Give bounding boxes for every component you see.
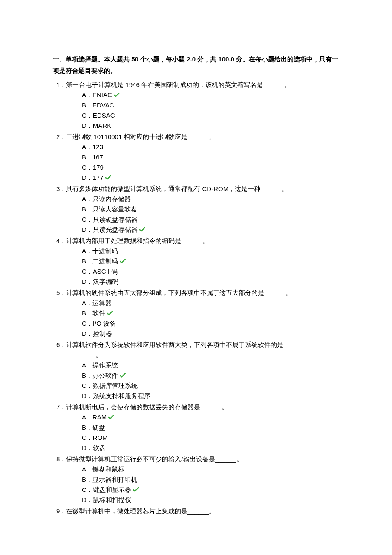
question-number: 4．	[56, 237, 66, 244]
option-row: C．179	[82, 162, 339, 173]
options-list: A．操作系统B．办公软件C．数据库管理系统D．系统支持和服务程序	[53, 360, 339, 401]
option-text: D．MARK	[82, 121, 111, 131]
option-text: D．软盘	[82, 443, 106, 453]
option-value: EDVAC	[92, 101, 114, 109]
option-value: I/O 设备	[93, 320, 116, 327]
question-number: 1．	[56, 81, 66, 88]
question-text: 二进制数 10110001 相对应的十进制数应是______。	[66, 133, 215, 140]
option-text: C．ASCII 码	[82, 266, 118, 277]
option-text: A．运算器	[82, 298, 112, 308]
question-stem: 2．二进制数 10110001 相对应的十进制数应是______。	[53, 132, 339, 142]
option-value: 键盘和鼠标	[92, 465, 124, 473]
option-row: A．十进制码	[82, 246, 339, 256]
option-row: D．汉字编码	[82, 277, 339, 287]
option-value: 控制器	[93, 330, 112, 337]
option-label: A．	[82, 143, 92, 150]
option-row: C．ROM	[82, 433, 339, 443]
question-block: 8．保持微型计算机正常运行必不可少的输入/输出设备是______。A．键盘和鼠标…	[53, 454, 339, 505]
option-value: 二进制码	[92, 257, 118, 265]
option-label: D．	[82, 174, 93, 181]
option-label: A．	[82, 413, 92, 421]
option-label: C．	[82, 164, 93, 171]
option-text: C．键盘和显示器	[82, 485, 131, 495]
option-value: RAM	[92, 413, 107, 421]
option-label: D．	[82, 226, 93, 233]
check-icon	[107, 311, 113, 316]
option-row: C．I/O 设备	[82, 318, 339, 329]
question-number: 7．	[56, 403, 66, 410]
option-label: A．	[82, 465, 92, 473]
option-label: D．	[82, 122, 93, 129]
option-value: 软件	[92, 309, 105, 317]
option-label: C．	[82, 486, 93, 493]
question-number: 6．	[56, 341, 66, 348]
question-stem: 7．计算机断电后，会使存储的数据丢失的存储器是______。	[53, 402, 339, 412]
question-stem: 5．计算机的硬件系统由五大部分组成，下列各项中不属于这五大部分的是______。	[53, 288, 339, 298]
option-row: B．二进制码	[82, 256, 339, 266]
option-row: C．键盘和显示器	[82, 485, 339, 495]
option-text: B．显示器和打印机	[82, 474, 137, 485]
option-text: B．硬盘	[82, 422, 105, 433]
option-value: ENIAC	[92, 91, 112, 98]
option-text: B．二进制码	[82, 256, 118, 266]
option-row: A．操作系统	[82, 360, 339, 370]
question-text: 保持微型计算机正常运行必不可少的输入/输出设备是______。	[66, 455, 242, 462]
questions-list: 1．第一台电子计算机是 1946 年在美国研制成功的，该机的英文缩写名是____…	[53, 80, 339, 516]
option-row: B．EDVAC	[82, 100, 339, 110]
option-value: 汉字编码	[93, 278, 118, 285]
question-block: 1．第一台电子计算机是 1946 年在美国研制成功的，该机的英文缩写名是____…	[53, 80, 339, 131]
options-list: A．只读内存储器B．只读大容量软盘C．只读硬盘存储器D．只读光盘存储器	[53, 194, 339, 235]
option-row: A．键盘和鼠标	[82, 464, 339, 474]
option-value: 显示器和打印机	[92, 476, 137, 483]
question-block: 2．二进制数 10110001 相对应的十进制数应是______。A．123B．…	[53, 132, 339, 183]
option-label: B．	[82, 205, 92, 213]
option-label: A．	[82, 361, 92, 369]
options-list: A．键盘和鼠标B．显示器和打印机C．键盘和显示器D．鼠标和扫描仪	[53, 464, 339, 505]
question-number: 9．	[56, 507, 66, 515]
option-row: C．数据库管理系统	[82, 381, 339, 391]
option-row: B．167	[82, 152, 339, 162]
option-value: EDSAC	[93, 112, 115, 119]
question-text: 计算机断电后，会使存储的数据丢失的存储器是______。	[66, 403, 228, 410]
question-stem: 4．计算机内部用于处理数据和指令的编码是______。	[53, 236, 339, 246]
check-icon	[114, 92, 120, 98]
option-label: C．	[82, 434, 93, 441]
option-value: 只读光盘存储器	[93, 226, 138, 233]
option-text: C．ROM	[82, 433, 108, 443]
option-row: A．只读内存储器	[82, 194, 339, 204]
option-text: D．177	[82, 173, 104, 183]
option-value: 鼠标和扫描仪	[93, 496, 131, 503]
option-row: B．显示器和打印机	[82, 474, 339, 485]
options-list: A．ENIACB．EDVACC．EDSACD．MARK	[53, 90, 339, 131]
option-row: D．系统支持和服务程序	[82, 391, 339, 401]
option-text: C．数据库管理系统	[82, 381, 138, 391]
option-label: D．	[82, 496, 93, 503]
option-label: D．	[82, 278, 93, 285]
option-label: C．	[82, 112, 93, 119]
section-header: 一、单项选择题。本大题共 50 个小题，每小题 2.0 分，共 100.0 分。…	[53, 53, 339, 76]
option-text: B．EDVAC	[82, 100, 114, 110]
option-row: D．控制器	[82, 329, 339, 339]
option-text: B．只读大容量软盘	[82, 204, 137, 214]
option-text: D．只读光盘存储器	[82, 225, 138, 235]
option-row: D．鼠标和扫描仪	[82, 495, 339, 505]
option-row: C．EDSAC	[82, 110, 339, 121]
check-icon	[120, 259, 126, 264]
option-text: C．EDSAC	[82, 110, 115, 121]
option-row: D．只读光盘存储器	[82, 225, 339, 235]
option-text: A．操作系统	[82, 360, 118, 370]
question-text: 第一台电子计算机是 1946 年在美国研制成功的，该机的英文缩写名是______…	[66, 81, 291, 88]
question-stem: 8．保持微型计算机正常运行必不可少的输入/输出设备是______。	[53, 454, 339, 464]
option-label: A．	[82, 299, 92, 306]
option-text: A．ENIAC	[82, 90, 112, 100]
question-text: 计算机软件分为系统软件和应用软件两大类，下列各项中不属于系统软件的是	[66, 341, 283, 348]
question-block: 5．计算机的硬件系统由五大部分组成，下列各项中不属于这五大部分的是______。…	[53, 288, 339, 339]
option-text: D．控制器	[82, 329, 112, 339]
question-stem: 1．第一台电子计算机是 1946 年在美国研制成功的，该机的英文缩写名是____…	[53, 80, 339, 90]
option-label: D．	[82, 330, 93, 337]
options-list: A．RAMB．硬盘C．ROMD．软盘	[53, 412, 339, 453]
question-text: 在微型计算机中，微处理器芯片上集成的是______。	[66, 507, 215, 515]
question-stem: 3．具有多媒体功能的微型计算机系统，通常都配有 CD-ROM，这是一种_____…	[53, 184, 339, 194]
option-row: B．办公软件	[82, 370, 339, 381]
check-icon	[139, 227, 145, 232]
